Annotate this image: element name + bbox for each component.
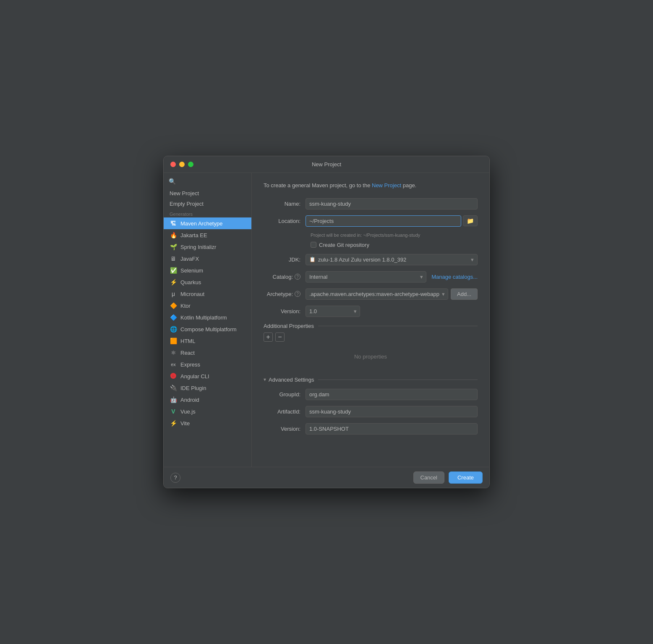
sidebar-item-new-project[interactable]: New Project: [164, 188, 251, 199]
window-controls: [170, 162, 193, 167]
sidebar-item-label: Quarkus: [180, 279, 201, 285]
sidebar-item-label: Spring Initializr: [180, 244, 216, 250]
sidebar-item-empty-project[interactable]: Empty Project: [164, 199, 251, 209]
advanced-version-label: Version:: [264, 426, 306, 432]
window-title: New Project: [312, 161, 341, 168]
git-repo-row: Create Git repository: [311, 242, 478, 248]
sidebar-item-label: Vite: [180, 420, 190, 427]
sidebar-item-vuejs[interactable]: V Vue.js: [164, 406, 251, 417]
git-repo-checkbox[interactable]: [311, 242, 316, 248]
add-archetype-button[interactable]: Add...: [451, 288, 478, 300]
location-input[interactable]: [306, 215, 461, 227]
sidebar-item-kotlin-multiplatform[interactable]: 🔷 Kotlin Multiplatform: [164, 312, 251, 323]
version-select[interactable]: 1.0: [306, 306, 360, 317]
compose-icon: 🌐: [170, 325, 177, 333]
sidebar-item-react[interactable]: ⚛ React: [164, 347, 251, 359]
sidebar-item-compose-multiplatform[interactable]: 🌐 Compose Multiplatform: [164, 323, 251, 335]
sidebar-item-javafx[interactable]: 🖥 JavaFX: [164, 253, 251, 264]
jdk-value: zulu-1.8 Azul Zulu version 1.8.0_392: [318, 257, 406, 263]
additional-props-divider: [318, 326, 478, 326]
ide-plugin-icon: 🔌: [170, 384, 177, 392]
sidebar-item-label: HTML: [180, 338, 195, 344]
sidebar-item-angular-cli[interactable]: 🅐 Angular CLI: [164, 370, 251, 382]
version-select-wrapper: 1.0 ▾: [306, 306, 360, 317]
additional-props-section: Additional Properties + − No properties: [264, 323, 478, 372]
catalog-row: Catalog: ? Internal ▾ Manage catalogs...: [264, 271, 478, 283]
archetype-select[interactable]: .apache.maven.archetypes:maven-archetype…: [306, 288, 448, 300]
catalog-help-icon[interactable]: ?: [295, 274, 300, 280]
add-property-button[interactable]: +: [264, 332, 273, 342]
sidebar-item-label: Maven Archetype: [180, 220, 222, 227]
artifactid-label: ArtifactId:: [264, 408, 306, 415]
jdk-dropdown-arrow: ▾: [471, 257, 474, 263]
advanced-settings-title[interactable]: Advanced Settings: [269, 377, 314, 383]
name-input[interactable]: [306, 198, 478, 209]
cancel-button[interactable]: Cancel: [413, 471, 444, 484]
artifactid-row: ArtifactId:: [264, 406, 478, 417]
advanced-version-row: Version:: [264, 423, 478, 435]
new-project-link[interactable]: New Project: [372, 182, 401, 188]
sidebar-item-vite[interactable]: ⚡ Vite: [164, 417, 251, 429]
html-icon: 🟧: [170, 337, 177, 345]
sidebar-item-quarkus[interactable]: ⚡ Quarkus: [164, 276, 251, 288]
sidebar-item-label: Android: [180, 397, 199, 403]
generators-label: Generators: [164, 209, 251, 217]
remove-property-button[interactable]: −: [275, 332, 285, 342]
name-label: Name:: [264, 201, 306, 207]
jakarta-ee-icon: 🔥: [170, 231, 177, 239]
sidebar-item-ide-plugin[interactable]: 🔌 IDE Plugin: [164, 382, 251, 394]
help-button[interactable]: ?: [170, 473, 180, 483]
ktor-icon: 🔶: [170, 302, 177, 309]
sidebar-item-label: Jakarta EE: [180, 232, 207, 238]
sidebar-item-micronaut[interactable]: μ Micronaut: [164, 288, 251, 300]
advanced-settings-divider: [318, 380, 478, 380]
info-text: To create a general Maven project, go to…: [264, 181, 478, 190]
archetype-label-group: Archetype: ?: [264, 291, 306, 297]
no-properties-text: No properties: [264, 345, 478, 372]
location-hint: Project will be created in: ~/Projects/s…: [311, 233, 478, 238]
sidebar: 🔍 New Project Empty Project Generators 🏗…: [164, 173, 252, 467]
advanced-version-input[interactable]: [306, 423, 478, 435]
search-row: 🔍: [164, 176, 251, 188]
sidebar-item-label: Ktor: [180, 303, 191, 309]
kotlin-icon: 🔷: [170, 314, 177, 321]
sidebar-item-label: Kotlin Multiplatform: [180, 314, 227, 321]
sidebar-item-maven-archetype[interactable]: 🏗 Maven Archetype: [164, 217, 251, 229]
sidebar-item-ktor[interactable]: 🔶 Ktor: [164, 300, 251, 312]
content-area: 🔍 New Project Empty Project Generators 🏗…: [164, 173, 489, 467]
location-row: Location: 📁: [264, 215, 478, 227]
sidebar-item-android[interactable]: 🤖 Android: [164, 394, 251, 406]
jdk-selector[interactable]: 📋 zulu-1.8 Azul Zulu version 1.8.0_392 ▾: [306, 254, 478, 265]
maximize-button[interactable]: [188, 162, 193, 167]
sidebar-item-label: Micronaut: [180, 291, 204, 297]
groupid-row: GroupId:: [264, 389, 478, 400]
sidebar-item-html[interactable]: 🟧 HTML: [164, 335, 251, 347]
location-field-group: 📁: [306, 215, 478, 227]
maven-archetype-icon: 🏗: [170, 220, 177, 227]
minimize-button[interactable]: [179, 162, 185, 167]
bottom-bar: ? Cancel Create: [164, 467, 489, 488]
sidebar-item-spring-initializr[interactable]: 🌱 Spring Initializr: [164, 241, 251, 253]
sidebar-item-label: Selenium: [180, 267, 203, 274]
archetype-field-group: .apache.maven.archetypes:maven-archetype…: [306, 288, 478, 300]
bottom-actions: Cancel Create: [413, 471, 483, 484]
close-button[interactable]: [170, 162, 176, 167]
vue-icon: V: [170, 408, 177, 415]
manage-catalogs-link[interactable]: Manage catalogs...: [431, 274, 478, 280]
search-icon: 🔍: [169, 178, 176, 185]
sidebar-item-selenium[interactable]: ✅ Selenium: [164, 264, 251, 276]
advanced-toggle-icon: ▾: [264, 377, 266, 382]
sidebar-item-jakarta-ee[interactable]: 🔥 Jakarta EE: [164, 229, 251, 241]
micronaut-icon: μ: [170, 290, 177, 298]
props-actions: + −: [264, 332, 478, 342]
browse-folder-button[interactable]: 📁: [463, 215, 478, 226]
sidebar-item-express[interactable]: ex Express: [164, 359, 251, 370]
additional-props-title: Additional Properties: [264, 323, 314, 329]
archetype-help-icon[interactable]: ?: [295, 291, 300, 297]
groupid-input[interactable]: [306, 389, 478, 400]
create-button[interactable]: Create: [449, 471, 483, 484]
sidebar-item-label: Compose Multiplatform: [180, 326, 237, 332]
artifactid-input[interactable]: [306, 406, 478, 417]
catalog-select[interactable]: Internal: [306, 271, 426, 283]
jdk-row: JDK: 📋 zulu-1.8 Azul Zulu version 1.8.0_…: [264, 254, 478, 265]
